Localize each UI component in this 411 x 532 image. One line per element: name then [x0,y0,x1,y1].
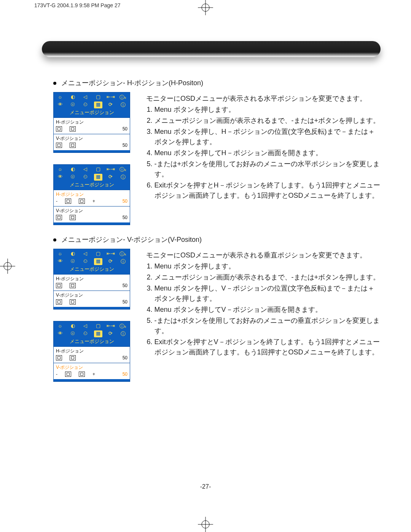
osd-panel: ☼ ◐ ◁ ▢ ⇤⇥ ⓘₖ 👁 ⦾ ⏲ ▦ ⟳ [53,249,130,310]
osd-footer [54,307,130,309]
osd-body: H-ポジション - + 50 V-ポジション 50 [54,190,130,222]
osd-body: H-ポジション 50 V-ポジション 50 [54,274,130,307]
osd-icon: ⟳ [107,330,115,337]
osd-header: ☼ ◐ ◁ ▢ ⇤⇥ ⓘₖ 👁 ⦾ ⏲ ▦ ⟳ [54,321,130,346]
osd-header: ☼ ◐ ◁ ▢ ⇤⇥ ⓘₖ 👁 ⦾ ⏲ ▦ ⟳ [54,165,130,190]
section-title-text: メニューポジション- V-ポジション(V-Positon) [61,236,202,243]
osd-icon: ◁ [81,251,89,257]
osd-item-h: H-ポジション 50 [54,118,130,134]
osd-column-v: ☼ ◐ ◁ ▢ ⇤⇥ ⓘₖ 👁 ⦾ ⏲ ▦ ⟳ [53,249,132,382]
crop-mark-bottom-icon [198,517,213,532]
osd-item-label: V-ポジション [56,292,127,299]
step-item: Menu ボタンを押します。 [155,261,381,272]
osd-item-v: V-ポジション - + 50 [54,363,130,379]
step-item: -または+ボタンを使用してお好みのメニューの垂直ポジションを変更します。 [155,316,381,336]
osd-icon-selected: ▦ [94,102,102,108]
bullet-icon [53,82,56,85]
osd-icon: ⓘ [119,258,127,265]
osd-icon-row: ☼ ◐ ◁ ▢ ⇤⇥ ⓘₖ [56,94,127,101]
step-item: Exitボタンを押すとH－ポジションを終了します。もう1回押すとメニューポジショ… [155,180,381,201]
intro-text: モニターにOSDメニューが表示される垂直ポジションを変更できます。 [146,250,381,260]
osd-icon: ◐ [68,166,77,173]
osd-body: H-ポジション 50 V-ポジション - + 50 [54,346,130,379]
osd-icon: ⓘₖ [119,94,127,101]
osd-item-v: V-ポジション 50 [54,206,130,222]
osd-footer [54,222,130,225]
osd-item-value: 50 [123,283,127,288]
osd-icon: ◁ [81,166,89,173]
section-v-row: ☼ ◐ ◁ ▢ ⇤⇥ ⓘₖ 👁 ⦾ ⏲ ▦ ⟳ [53,249,381,382]
osd-icon: ☼ [56,251,64,257]
osd-panel: ☼ ◐ ◁ ▢ ⇤⇥ ⓘₖ 👁 ⦾ ⏲ ▦ ⟳ [53,321,130,382]
osd-panel: ☼ ◐ ◁ ▢ ⇤⇥ ⓘₖ 👁 ⦾ ⏲ ▦ ⟳ [53,92,130,153]
step-item: Menu ボタンを押してH－ポジション画面を開きます。 [155,148,381,158]
osd-icon: ⓘₖ [119,251,127,257]
osd-icon: ⇤⇥ [107,94,115,101]
osd-item-value: 50 [123,126,127,132]
osd-body: H-ポジション 50 V-ポジション 50 [54,118,130,150]
step-item: Exitボタンを押すとV－ポジションを終了します。もう1回押すとメニューポジショ… [155,337,381,357]
osd-item-label-highlighted: H-ポジション [56,191,127,198]
osd-icon: ⇤⇥ [107,166,115,173]
osd-item-label-highlighted: V-ポジション [56,364,127,371]
pos-down-icon [56,299,62,305]
pos-up-icon [70,215,76,220]
osd-icon: ☼ [56,323,64,330]
pos-left-icon [65,199,71,204]
osd-icon: ☼ [56,166,64,173]
pos-left-icon [56,283,62,288]
osd-header: ☼ ◐ ◁ ▢ ⇤⇥ ⓘₖ 👁 ⦾ ⏲ ▦ ⟳ [54,249,130,274]
pos-up-icon [70,143,76,148]
manual-page: 173VT-G 2004.1.9 9:58 PM Page 27 メニューポジシ… [0,0,411,532]
osd-item-label: H-ポジション [56,119,127,125]
pos-down-icon [56,143,62,148]
osd-panel: ☼ ◐ ◁ ▢ ⇤⇥ ⓘₖ 👁 ⦾ ⏲ ▦ ⟳ [53,164,130,225]
osd-icon: ⓘ [119,330,127,337]
osd-icon: ◁ [81,94,89,101]
osd-icon: ⦾ [68,330,77,337]
intro-text: モニターにOSDメニューが表示される水平ポジションを変更できます。 [146,94,381,104]
crop-mark-left-icon [0,259,15,274]
step-item: Menu ボタンを押し、V－ポジションの位置(文字色反転)まで－または＋ボタンを… [155,283,381,304]
pos-right-icon [79,199,85,204]
osd-icon: ⟳ [107,258,115,265]
osd-footer [54,150,130,152]
osd-item-h: H-ポジション - + 50 [54,190,130,206]
osd-icon-row: ☼ ◐ ◁ ▢ ⇤⇥ ⓘₖ [56,323,127,330]
osd-icon: ◁ [81,323,89,330]
page-number: -27- [200,483,211,490]
osd-icon-selected: ▦ [94,258,102,265]
osd-icon: ⇤⇥ [107,251,115,257]
osd-icon: 👁 [56,102,64,108]
pos-right-icon [70,126,76,132]
osd-icon-row: ☼ ◐ ◁ ▢ ⇤⇥ ⓘₖ [56,251,127,257]
step-item: -または+ボタンを使用してお好みのメニューの水平ポジションを変更します。 [155,159,381,179]
osd-icon-row: ☼ ◐ ◁ ▢ ⇤⇥ ⓘₖ [56,166,127,173]
osd-item-v: V-ポジション 50 [54,291,130,307]
osd-icon: ⦾ [68,102,77,108]
section-title-text: メニューポジション- H-ポジション(H-Positon) [61,79,203,87]
page-header-bar [42,41,381,57]
pos-down-icon [56,215,62,220]
osd-icon: ⏲ [81,258,89,265]
osd-menu-title: メニューポジション [56,338,127,346]
osd-menu-title: メニューポジション [56,266,127,273]
osd-icon: ⓘₖ [119,323,127,330]
pos-right-icon [70,355,76,360]
osd-icon-selected: ▦ [94,330,102,337]
osd-item-label: H-ポジション [56,276,127,282]
osd-item-value: 50 [123,215,127,220]
pos-up-icon [79,372,85,377]
osd-icon: ⟳ [107,174,115,181]
osd-icon-row: 👁 ⦾ ⏲ ▦ ⟳ ⓘ [56,102,127,108]
pos-up-icon [70,299,76,305]
section-title-v: メニューポジション- V-ポジション(V-Positon) [53,235,381,244]
osd-icon: ▢ [94,323,102,330]
pos-right-icon [70,283,76,288]
osd-icon-row: 👁 ⦾ ⏲ ▦ ⟳ ⓘ [56,330,127,337]
osd-icon-row: 👁 ⦾ ⏲ ▦ ⟳ ⓘ [56,174,127,181]
osd-icon: ⏲ [81,102,89,108]
pos-down-icon [65,372,71,377]
osd-item-value: 50 [123,355,127,360]
osd-item-h: H-ポジション 50 [54,274,130,291]
